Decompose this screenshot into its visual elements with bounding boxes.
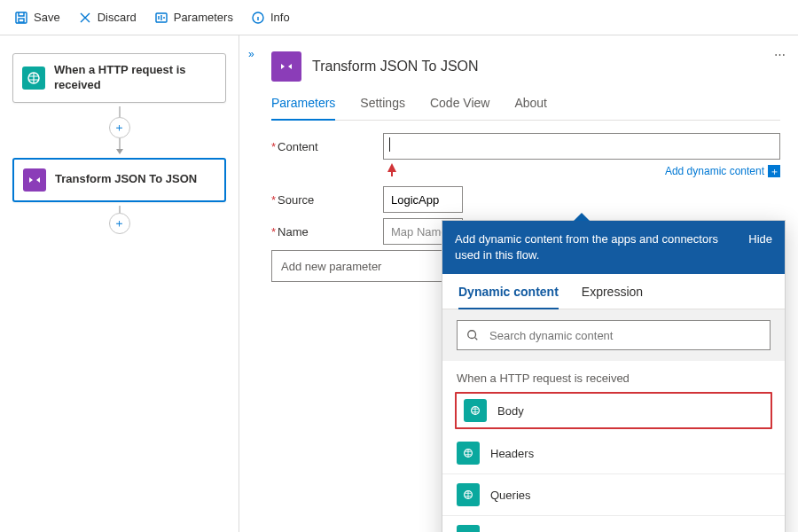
- svg-point-5: [468, 331, 476, 339]
- main-area: When a HTTP request is received ＋ Transf…: [0, 35, 798, 532]
- info-label: Info: [270, 11, 290, 24]
- label-content-text: Content: [278, 140, 318, 153]
- discard-label: Discard: [98, 11, 137, 24]
- label-content: *Content: [271, 140, 383, 153]
- close-icon: [78, 11, 92, 25]
- label-name-text: Name: [278, 225, 309, 239]
- search-icon: [466, 329, 479, 341]
- svg-rect-0: [16, 12, 27, 23]
- tab-parameters[interactable]: Parameters: [271, 96, 335, 121]
- save-button[interactable]: Save: [7, 7, 67, 28]
- svg-rect-1: [19, 19, 24, 22]
- popover-tab-dynamic[interactable]: Dynamic content: [458, 285, 559, 309]
- flow-connector-end: ＋: [12, 206, 226, 234]
- dynamic-item-headers-label: Headers: [490, 447, 534, 460]
- tab-about[interactable]: About: [514, 96, 547, 120]
- hide-popover-button[interactable]: Hide: [748, 231, 772, 263]
- plus-icon: ＋: [768, 165, 780, 177]
- row-source: *Source: [271, 186, 780, 213]
- dynamic-content-popover: Add dynamic content from the apps and co…: [442, 220, 786, 532]
- source-input[interactable]: [383, 186, 463, 213]
- popover-caret-icon: [574, 213, 590, 221]
- save-icon: [14, 11, 28, 25]
- popover-section-title: When a HTTP request is received: [442, 361, 785, 388]
- tab-codeview[interactable]: Code View: [430, 96, 489, 120]
- popover-tab-expression[interactable]: Expression: [582, 285, 643, 309]
- http-trigger-icon: [457, 525, 480, 532]
- http-trigger-icon: [464, 399, 487, 422]
- label-source-text: Source: [278, 193, 314, 207]
- step-trigger-label: When a HTTP request is received: [54, 63, 216, 93]
- dynamic-item-body-label: Body: [497, 404, 524, 418]
- dynamic-item-body[interactable]: Body: [455, 392, 772, 429]
- label-source: *Source: [271, 193, 383, 207]
- popover-banner-text: Add dynamic content from the apps and co…: [455, 231, 738, 263]
- collapse-pane-button[interactable]: »: [248, 48, 253, 60]
- action-detail-pane: » ⋯ Transform JSON To JSON Parameters Se…: [239, 35, 798, 532]
- dynamic-item-pathparams[interactable]: Path Parameters: [442, 516, 785, 532]
- text-cursor: [389, 137, 390, 152]
- info-icon: [251, 11, 265, 25]
- step-action-label: Transform JSON To JSON: [55, 172, 197, 187]
- row-content: *Content: [271, 133, 780, 160]
- detail-title: Transform JSON To JSON: [312, 59, 479, 74]
- info-button[interactable]: Info: [244, 7, 297, 28]
- more-menu-button[interactable]: ⋯: [774, 48, 786, 61]
- tab-settings[interactable]: Settings: [360, 96, 405, 120]
- add-step-button[interactable]: ＋: [109, 117, 130, 138]
- popover-tabs: Dynamic content Expression: [442, 274, 785, 309]
- transform-json-icon: [23, 168, 46, 192]
- http-trigger-icon: [457, 442, 480, 465]
- save-label: Save: [34, 11, 60, 24]
- dyn-link-label: Add dynamic content: [665, 165, 764, 177]
- step-action-transform-json[interactable]: Transform JSON To JSON: [12, 158, 226, 202]
- add-step-end-button[interactable]: ＋: [109, 213, 130, 234]
- step-trigger-http-request[interactable]: When a HTTP request is received: [12, 53, 226, 103]
- content-input[interactable]: [383, 133, 780, 160]
- detail-header: Transform JSON To JSON: [271, 51, 780, 82]
- dynamic-item-queries[interactable]: Queries: [442, 474, 785, 516]
- flow-connector: ＋: [12, 106, 226, 154]
- popover-search[interactable]: [457, 320, 771, 350]
- callout-arrow-icon: [387, 163, 396, 172]
- parameters-button[interactable]: Parameters: [147, 7, 240, 28]
- parameters-icon: [154, 11, 168, 25]
- detail-tabs: Parameters Settings Code View About: [271, 90, 780, 121]
- popover-header: Add dynamic content from the apps and co…: [442, 221, 785, 274]
- dynamic-item-headers[interactable]: Headers: [442, 433, 785, 474]
- parameters-label: Parameters: [174, 11, 233, 24]
- top-toolbar: Save Discard Parameters Info: [0, 0, 798, 35]
- add-new-parameter-dropdown[interactable]: Add new parameter: [271, 250, 466, 282]
- http-trigger-icon: [22, 66, 45, 90]
- designer-canvas[interactable]: When a HTTP request is received ＋ Transf…: [0, 35, 239, 532]
- http-trigger-icon: [457, 483, 480, 506]
- popover-search-input[interactable]: [488, 328, 761, 343]
- label-name: *Name: [271, 225, 383, 239]
- transform-json-icon: [271, 51, 301, 82]
- dynamic-item-queries-label: Queries: [490, 489, 531, 502]
- add-new-parameter-label: Add new parameter: [281, 260, 381, 273]
- discard-button[interactable]: Discard: [71, 7, 144, 28]
- add-dynamic-content-link[interactable]: Add dynamic content ＋: [665, 165, 780, 177]
